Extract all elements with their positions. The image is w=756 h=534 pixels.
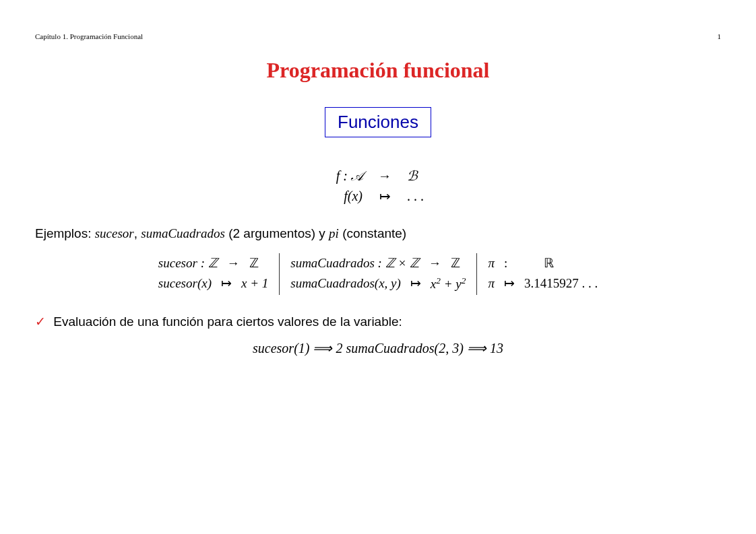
colon-icon: : [504, 253, 507, 273]
section-heading: Funciones [325, 107, 431, 137]
sucesor-apply: sucesor(x) [158, 273, 212, 294]
check-icon: ✓ [35, 314, 46, 329]
examples-sep1: , [134, 226, 141, 240]
sumacuadrados-codomain: ℤ [451, 253, 460, 273]
sumacuadrados-domain: sumaCuadrados : ℤ × ℤ [290, 253, 419, 273]
sumacuadrados-type-row: sumaCuadrados : ℤ × ℤ → ℤ [290, 253, 466, 273]
arrow-icon: → [227, 253, 240, 273]
sucesor-map-row: sucesor(x) ↦ x + 1 [158, 273, 268, 294]
example-sumacuadrados: sumaCuadrados : ℤ × ℤ → ℤ sumaCuadrados(… [280, 253, 477, 295]
examples-note2: (2 argumentos) y [225, 226, 329, 240]
evaluation-text: Evaluación de una función para ciertos v… [53, 314, 402, 329]
pi-codomain: ℝ [517, 253, 554, 273]
sumacuadrados-apply: sumaCuadrados(x, y) [290, 273, 401, 295]
pi-type-row: π : ℝ [488, 253, 598, 273]
fn-def-codomain: ℬ [407, 166, 434, 186]
fn-def-row-2: f(x) ↦ . . . [35, 186, 721, 206]
eval-sucesor: sucesor(1) ⟹ 2 [253, 341, 342, 356]
fn-def-row-1: f : 𝒜 → ℬ [35, 166, 721, 186]
header-page-number: 1 [718, 32, 722, 40]
sucesor-type-row: sucesor : ℤ → ℤ [158, 253, 268, 273]
fn-def-apply: f(x) [322, 186, 363, 206]
arrow-icon: → [375, 166, 395, 186]
examples-note3: (constante) [339, 226, 406, 240]
mapsto-icon: ↦ [221, 273, 232, 294]
section-box-wrap: Funciones [35, 107, 721, 137]
mapsto-icon: ↦ [410, 273, 421, 295]
pi-value: 3.1415927 . . . [524, 273, 598, 294]
mapsto-icon: ↦ [375, 186, 395, 206]
examples-prefix: Ejemplos: [35, 226, 95, 240]
example-name-sumacuadrados: sumaCuadrados [141, 226, 225, 240]
sucesor-codomain: ℤ [249, 253, 259, 273]
examples-intro: Ejemplos: sucesor, sumaCuadrados (2 argu… [35, 226, 721, 241]
evaluation-line: ✓ Evaluación de una función para ciertos… [35, 314, 721, 329]
sucesor-domain: sucesor : ℤ [158, 253, 218, 273]
fn-def-domain: f : 𝒜 [322, 166, 363, 186]
example-name-sucesor: sucesor [95, 226, 134, 240]
eval-sumacuadrados: sumaCuadrados(2, 3) ⟹ 13 [346, 341, 503, 356]
pi-symbol-2: π [488, 273, 495, 294]
page-title: Programación funcional [35, 58, 721, 83]
sq-exp2: 2 [462, 275, 466, 286]
example-sucesor: sucesor : ℤ → ℤ sucesor(x) ↦ x + 1 [148, 253, 280, 295]
pi-map-row: π ↦ 3.1415927 . . . [488, 273, 598, 294]
sumacuadrados-result: x2 + y2 [431, 273, 466, 295]
pi-symbol-1: π [488, 253, 495, 273]
arrow-icon: → [429, 253, 441, 273]
fn-def-result: . . . [407, 186, 434, 206]
sq-plus-y: + y [441, 277, 462, 292]
sumacuadrados-map-row: sumaCuadrados(x, y) ↦ x2 + y2 [290, 273, 466, 295]
example-pi: π : ℝ π ↦ 3.1415927 . . . [477, 253, 608, 295]
header-chapter: Capítulo 1. Programación Funcional [35, 32, 143, 40]
sq-exp1: 2 [436, 275, 441, 286]
mapsto-icon: ↦ [504, 273, 515, 294]
examples-grid: sucesor : ℤ → ℤ sucesor(x) ↦ x + 1 sumaC… [35, 253, 721, 295]
example-name-pi: pi [329, 226, 339, 240]
sucesor-result: x + 1 [241, 273, 268, 294]
evaluation-expressions: sucesor(1) ⟹ 2 sumaCuadrados(2, 3) ⟹ 13 [35, 340, 721, 356]
function-definition: f : 𝒜 → ℬ f(x) ↦ . . . [35, 166, 721, 206]
